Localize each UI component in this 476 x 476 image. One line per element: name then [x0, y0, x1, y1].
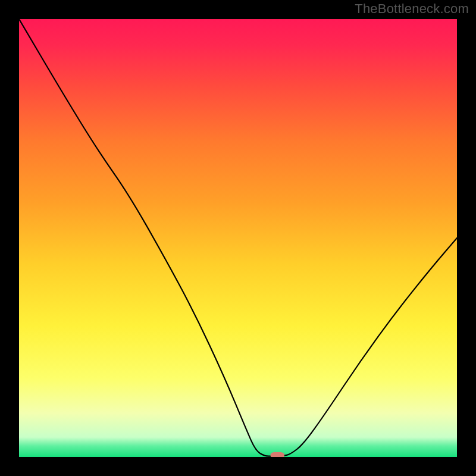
- background-rect: [19, 19, 457, 457]
- watermark-text: TheBottleneck.com: [355, 1, 469, 17]
- chart-svg: [19, 19, 457, 457]
- optimal-marker: [270, 452, 284, 457]
- chart-frame: { "watermark": "TheBottleneck.com", "col…: [0, 0, 476, 476]
- plot-area: [19, 19, 457, 457]
